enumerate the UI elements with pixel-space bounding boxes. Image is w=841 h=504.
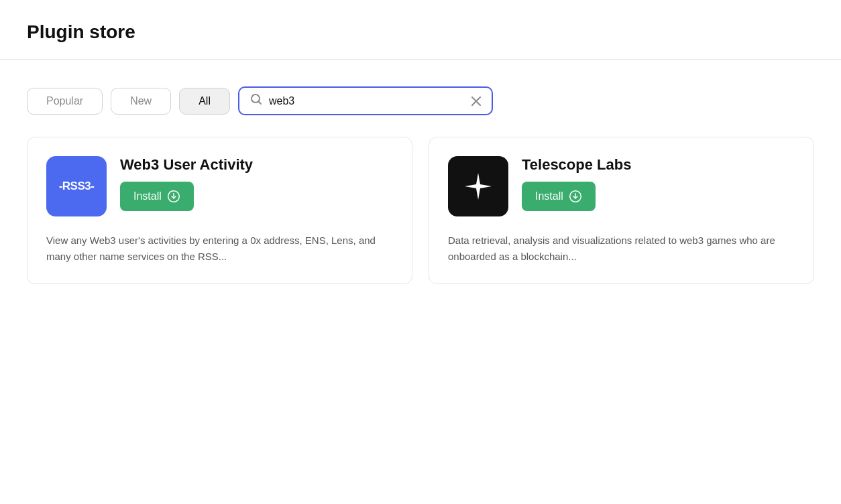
plugins-grid: -RSS3- Web3 User Activity Install [27, 137, 814, 284]
svg-line-1 [258, 102, 261, 105]
install-button-telescope-labs[interactable]: Install [522, 182, 596, 211]
search-icon [250, 93, 262, 109]
plugin-logo-text: -RSS3- [59, 180, 95, 193]
install-button-web3-user-activity[interactable]: Install [120, 182, 194, 211]
install-download-icon [167, 190, 180, 203]
page-title: Plugin store [27, 21, 814, 43]
plugin-header: Telescope Labs Install [448, 156, 795, 216]
search-input[interactable] [269, 95, 471, 107]
plugin-logo-rss3: -RSS3- [46, 156, 107, 216]
plugin-card-web3-user-activity: -RSS3- Web3 User Activity Install [27, 137, 412, 284]
plugin-header: -RSS3- Web3 User Activity Install [46, 156, 393, 216]
plugin-description: Data retrieval, analysis and visualizati… [448, 233, 795, 265]
plugin-info: Telescope Labs Install [522, 156, 631, 211]
search-clear-button[interactable] [471, 97, 481, 106]
filter-new-button[interactable]: New [111, 88, 171, 115]
filter-bar: Popular New All [27, 86, 814, 115]
main-content: Popular New All [0, 60, 841, 311]
plugin-card-telescope-labs: Telescope Labs Install Data retrieval [429, 137, 814, 284]
install-label: Install [535, 190, 563, 202]
page-header: Plugin store [0, 0, 841, 60]
plugin-description: View any Web3 user's activities by enter… [46, 233, 393, 265]
filter-popular-button[interactable]: Popular [27, 88, 103, 115]
filter-all-button[interactable]: All [179, 88, 230, 115]
install-download-icon [569, 190, 582, 203]
search-box [238, 86, 493, 115]
install-label: Install [133, 190, 162, 202]
plugin-name: Web3 User Activity [120, 156, 253, 174]
plugin-logo-telescope [448, 156, 508, 216]
plugin-info: Web3 User Activity Install [120, 156, 253, 211]
plugin-name: Telescope Labs [522, 156, 631, 174]
